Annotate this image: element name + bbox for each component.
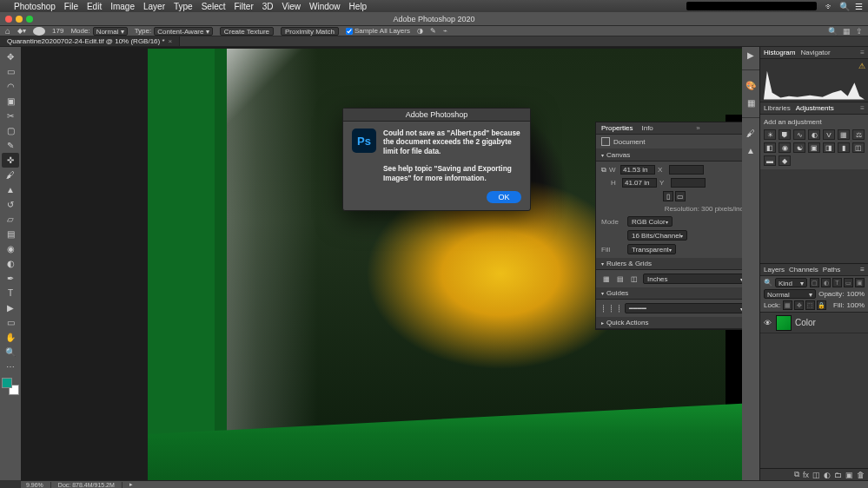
filter-shape-icon[interactable]: ▭ xyxy=(844,278,853,287)
menu-select[interactable]: Select xyxy=(202,2,226,11)
menu-help[interactable]: Help xyxy=(349,2,368,11)
canvas-width-input[interactable] xyxy=(620,165,655,175)
hand-tool[interactable]: ✋ xyxy=(2,330,19,345)
layer-mask-icon[interactable]: ◫ xyxy=(812,471,820,479)
tool-preset-icon[interactable]: ◆▾ xyxy=(17,27,26,35)
menu-layer[interactable]: Layer xyxy=(143,2,165,11)
section-quick-actions[interactable]: Quick Actions xyxy=(606,319,648,326)
clone-source-panel-icon[interactable]: ▲ xyxy=(745,144,757,156)
layer-filter-select[interactable]: Kind▾ xyxy=(775,278,807,287)
wifi-icon[interactable]: ᯤ xyxy=(825,2,834,11)
control-center-icon[interactable]: ☰ xyxy=(855,2,863,11)
color-mode-select[interactable]: RGB Color▾ xyxy=(627,216,673,227)
shape-tool[interactable]: ▭ xyxy=(2,315,19,330)
adj-brightness-icon[interactable]: ☀ xyxy=(764,129,776,140)
sample-all-layers-checkbox[interactable] xyxy=(346,28,353,35)
adj-levels-icon[interactable]: ⛊ xyxy=(779,129,791,140)
lock-pixels-icon[interactable]: ▦ xyxy=(783,300,792,310)
menu-photoshop[interactable]: Photoshop xyxy=(14,2,56,11)
layer-row[interactable]: 👁 Color xyxy=(760,313,868,333)
tablet-pressure-icon[interactable]: ⌁ xyxy=(443,27,447,35)
move-tool[interactable]: ✥ xyxy=(2,49,19,64)
delete-layer-icon[interactable]: 🗑 xyxy=(857,471,865,479)
ruler-units-select[interactable]: Inches▾ xyxy=(643,274,742,284)
tab-info[interactable]: Info xyxy=(641,124,653,132)
tab-channels[interactable]: Channels xyxy=(789,266,818,274)
workspace-icon[interactable]: ▦ xyxy=(843,27,851,36)
filter-pixel-icon[interactable]: ▢ xyxy=(810,278,819,287)
status-doc-size[interactable]: Doc: 878.4M/915.2M xyxy=(58,482,123,488)
canvas-x-input[interactable] xyxy=(669,165,704,175)
guide-icon2[interactable]: ┊ xyxy=(609,305,613,313)
dodge-tool[interactable]: ◐ xyxy=(2,256,19,271)
canvas-y-input[interactable] xyxy=(671,178,706,188)
adj-bw-icon[interactable]: ◧ xyxy=(764,142,776,153)
zoom-tool[interactable]: 🔍 xyxy=(2,345,19,359)
pen-tool[interactable]: ✒ xyxy=(2,271,19,286)
foreground-background-colors[interactable] xyxy=(2,378,19,395)
path-select-tool[interactable]: ▶ xyxy=(2,300,19,315)
filter-adjust-icon[interactable]: ◐ xyxy=(821,278,831,287)
guide-color-select[interactable]: ━━━━▾ xyxy=(625,303,742,313)
histogram-warning-icon[interactable]: ⚠ xyxy=(858,62,865,70)
layer-style-icon[interactable]: fx xyxy=(803,471,809,479)
new-group-icon[interactable]: 🗀 xyxy=(834,471,842,479)
adj-vibrance-icon[interactable]: V xyxy=(823,129,835,140)
document-tab[interactable]: Quarantine20200702-24-Edit.tif @ 10% (RG… xyxy=(0,36,180,46)
history-brush-tool[interactable]: ↺ xyxy=(2,197,19,212)
pixel-grid-icon[interactable]: ◫ xyxy=(629,275,639,283)
create-texture-button[interactable]: Create Texture xyxy=(220,27,274,36)
share-icon[interactable]: ⇪ xyxy=(856,27,863,36)
adj-photo-filter-icon[interactable]: ◉ xyxy=(779,142,791,153)
guide-icon[interactable]: ┊ xyxy=(601,305,606,313)
filter-smart-icon[interactable]: ▣ xyxy=(855,278,865,287)
tab-navigator[interactable]: Navigator xyxy=(800,49,830,56)
lock-all-icon[interactable]: 🔒 xyxy=(817,300,826,310)
tab-properties[interactable]: Properties xyxy=(601,124,633,132)
close-doc-icon[interactable]: × xyxy=(169,36,173,47)
new-layer-icon[interactable]: ▣ xyxy=(845,471,853,479)
panel-collapse-icon[interactable]: » xyxy=(696,124,699,132)
histogram-menu-icon[interactable]: ≡ xyxy=(860,49,865,56)
tab-histogram[interactable]: Histogram xyxy=(764,49,795,56)
type-select[interactable]: Content-Aware ▾ xyxy=(154,27,212,36)
new-fill-icon[interactable]: ◐ xyxy=(824,471,831,479)
tab-layers[interactable]: Layers xyxy=(764,266,785,274)
adj-color-balance-icon[interactable]: ⚖ xyxy=(852,129,865,140)
adj-color-lookup-icon[interactable]: ▣ xyxy=(808,142,820,153)
filter-type-icon[interactable]: T xyxy=(832,278,842,287)
color-panel-icon[interactable]: 🎨 xyxy=(745,79,757,91)
blur-tool[interactable]: ◉ xyxy=(2,241,19,256)
adj-invert-icon[interactable]: ◨ xyxy=(823,142,835,153)
adj-selective-color-icon[interactable]: ◆ xyxy=(779,155,791,166)
swatches-panel-icon[interactable]: ▦ xyxy=(745,96,757,109)
layer-visibility-icon[interactable]: 👁 xyxy=(764,319,772,327)
foreground-color-swatch[interactable] xyxy=(2,378,12,388)
layer-fill-value[interactable]: 100% xyxy=(847,301,865,309)
search-icon[interactable]: 🔍 xyxy=(828,27,838,36)
tab-libraries[interactable]: Libraries xyxy=(764,104,791,112)
orientation-landscape-icon[interactable]: ▭ xyxy=(675,191,686,201)
menu-filter[interactable]: Filter xyxy=(234,2,253,11)
crop-tool[interactable]: ✂ xyxy=(2,109,19,123)
eraser-tool[interactable]: ▱ xyxy=(2,212,19,227)
adj-curves-icon[interactable]: ∿ xyxy=(793,129,805,140)
pressure-icon[interactable]: ✎ xyxy=(430,27,436,35)
eyedropper-tool[interactable]: ✎ xyxy=(2,138,19,153)
canvas-height-input[interactable] xyxy=(622,178,657,188)
link-dimensions-icon[interactable]: ⧉ xyxy=(601,166,606,175)
adj-hue-icon[interactable]: ▦ xyxy=(838,129,850,140)
menu-window[interactable]: Window xyxy=(309,2,341,11)
tab-adjustments[interactable]: Adjustments xyxy=(796,104,834,112)
adj-gradient-map-icon[interactable]: ▬ xyxy=(764,155,776,166)
menu-image[interactable]: Image xyxy=(110,2,135,11)
menu-3d[interactable]: 3D xyxy=(262,2,274,11)
tab-paths[interactable]: Paths xyxy=(823,266,840,274)
bit-depth-select[interactable]: 16 Bits/Channel▾ xyxy=(627,230,687,241)
guide-icon3[interactable]: ┊ xyxy=(617,305,621,313)
lock-position-icon[interactable]: ✥ xyxy=(794,300,804,310)
grid-icon[interactable]: ▤ xyxy=(615,275,626,283)
section-canvas[interactable]: Canvas xyxy=(606,151,630,159)
menu-file[interactable]: File xyxy=(64,2,78,11)
gradient-tool[interactable]: ▤ xyxy=(2,227,19,241)
